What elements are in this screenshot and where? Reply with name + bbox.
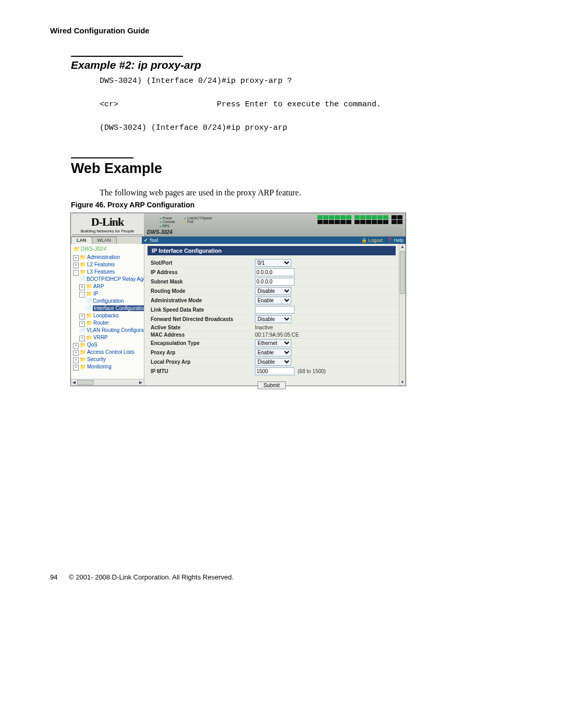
tree-item[interactable]: 📄VLAN Routing Configuration bbox=[73, 327, 144, 334]
scroll-down-icon[interactable]: ▼ bbox=[399, 379, 406, 386]
tree-item[interactable]: +📁Loopbacks bbox=[73, 312, 144, 319]
led-power: Power bbox=[163, 216, 172, 220]
admin_mode-label: Administrative Mode bbox=[151, 298, 255, 303]
fwd_broadcast-select[interactable]: Disable bbox=[255, 315, 291, 323]
tree-horizontal-scrollbar[interactable]: ◄ ► bbox=[71, 379, 144, 386]
figure-caption: Figure 46. Proxy ARP Configuration bbox=[71, 201, 513, 209]
active_state-label: Active State bbox=[151, 325, 255, 330]
tab-wlan[interactable]: WLAN bbox=[92, 237, 117, 244]
cli-output: DWS-3024) (Interface 0/24)#ip proxy-arp … bbox=[100, 76, 513, 134]
tree-item[interactable]: +📁VRRP bbox=[73, 334, 144, 341]
brand-tagline: Building Networks for People bbox=[72, 229, 143, 235]
nav-tree[interactable]: 📁 DWS-3024 +📁Administration+📁L2 Features… bbox=[71, 244, 144, 386]
page-footer: 94 © 2001- 2008 D-Link Corporation. All … bbox=[50, 573, 513, 581]
field-ip-address: IP Address bbox=[144, 268, 399, 277]
scroll-up-icon[interactable]: ▲ bbox=[399, 244, 406, 250]
subnet_mask-label: Subnet Mask bbox=[151, 279, 255, 285]
cli-line: DWS-3024) (Interface 0/24)#ip proxy-arp … bbox=[100, 77, 292, 85]
example-title: Example #2: ip proxy-arp bbox=[71, 59, 513, 71]
tree-item[interactable]: +📁Administration bbox=[73, 254, 144, 261]
tree-item[interactable]: +📁QoS bbox=[73, 341, 144, 349]
ports-1-12 bbox=[317, 215, 351, 224]
encap_type-label: Encapsulation Type bbox=[151, 340, 255, 346]
slot_port-label: Slot/Port bbox=[151, 260, 255, 266]
fwd_broadcast-label: Forward Net Directed Broadcasts bbox=[151, 316, 255, 322]
tree-item[interactable]: -📁IP bbox=[73, 290, 144, 298]
tree-item[interactable]: +📁Access Control Lists bbox=[73, 349, 144, 356]
device-front-panel: ● Power ● Console ● RPS ● Link/ACT/Speed… bbox=[144, 213, 406, 236]
ip_mtu-input[interactable] bbox=[255, 367, 295, 375]
port-diagram bbox=[317, 215, 402, 224]
scroll-thumb[interactable] bbox=[77, 380, 94, 385]
content-vertical-scrollbar[interactable]: ▲ ▼ bbox=[399, 244, 406, 386]
tool-menu[interactable]: Tool bbox=[150, 238, 158, 243]
section-divider bbox=[71, 157, 133, 158]
field-encap-type: Encapsulation TypeEthernet bbox=[144, 339, 399, 348]
link_speed-input[interactable] bbox=[255, 306, 295, 314]
field-fwd-broadcast: Forward Net Directed BroadcastsDisable bbox=[144, 315, 399, 324]
field-admin-mode: Administrative ModeEnable bbox=[144, 296, 399, 305]
cli-cr: <cr> bbox=[100, 100, 118, 109]
tree-root[interactable]: 📁 DWS-3024 bbox=[73, 246, 144, 252]
field-mac-address: MAC Address00:17:9A:95:05:CE bbox=[144, 331, 399, 339]
cli-cr-desc: Press Enter to execute the command. bbox=[217, 100, 381, 109]
help-link[interactable]: ❓ Help bbox=[387, 238, 403, 243]
routing_mode-select[interactable]: Disable bbox=[255, 287, 291, 295]
field-routing-mode: Routing ModeDisable bbox=[144, 287, 399, 296]
device-banner: D-Link Building Networks for People ● Po… bbox=[71, 213, 406, 236]
tree-item[interactable]: +📁L2 Features bbox=[73, 261, 144, 268]
ip_address-input[interactable] bbox=[255, 268, 295, 276]
mode-leds: ● Link/ACT/Speed ● PoE bbox=[185, 216, 212, 225]
status-leds: ● Power ● Console ● RPS bbox=[160, 216, 175, 228]
slot_port-select[interactable]: 0/1 bbox=[255, 259, 291, 267]
figure-title: Proxy ARP Configuration bbox=[107, 201, 194, 209]
link_speed-label: Link Speed Data Rate bbox=[151, 307, 255, 313]
brand-logo: D-Link bbox=[72, 215, 143, 229]
local_proxy_arp-label: Local Proxy Arp bbox=[151, 359, 255, 365]
local_proxy_arp-select[interactable]: Disable bbox=[255, 358, 291, 366]
ports-13-24 bbox=[354, 215, 388, 224]
field-link-speed: Link Speed Data Rate bbox=[144, 305, 399, 315]
routing_mode-label: Routing Mode bbox=[151, 288, 255, 294]
scroll-left-icon[interactable]: ◄ bbox=[71, 379, 77, 385]
tab-lan[interactable]: LAN bbox=[71, 237, 92, 244]
config-panel: IP Interface Configuration Slot/Port0/1I… bbox=[144, 244, 399, 386]
device-model-label: DWS-3024 bbox=[147, 229, 173, 235]
scroll-right-icon[interactable]: ► bbox=[138, 379, 144, 385]
tool-bar: ✔ Tool 🔒 Logout ❓ Help bbox=[142, 237, 406, 244]
screenshot-proxy-arp-config: D-Link Building Networks for People ● Po… bbox=[71, 213, 406, 386]
ip_mtu-label: IP MTU bbox=[151, 368, 255, 374]
submit-button[interactable]: Submit bbox=[258, 381, 285, 389]
proxy_arp-select[interactable]: Enable bbox=[255, 349, 291, 356]
led-console: Console bbox=[163, 220, 175, 224]
tree-item[interactable]: 📄BOOTP/DHCP Relay Agent bbox=[73, 276, 144, 283]
tree-item[interactable]: +📁Router bbox=[73, 319, 144, 327]
field-active-state: Active StateInactive bbox=[144, 324, 399, 331]
example-divider bbox=[71, 56, 183, 57]
tree-item[interactable]: 📄Configuration bbox=[73, 298, 144, 305]
led-rps: RPS bbox=[163, 224, 169, 228]
tree-item[interactable]: +📁ARP bbox=[73, 283, 144, 290]
tree-item[interactable]: +📁Monitoring bbox=[73, 363, 144, 371]
panel-title: IP Interface Configuration bbox=[148, 246, 396, 255]
led-poe: PoE bbox=[187, 220, 193, 224]
proxy_arp-label: Proxy Arp bbox=[151, 350, 255, 355]
logout-link[interactable]: 🔒 Logout bbox=[361, 238, 383, 243]
document-header: Wired Configuration Guide bbox=[50, 26, 513, 35]
admin_mode-select[interactable]: Enable bbox=[255, 297, 291, 304]
copyright: © 2001- 2008 D-Link Corporation. All Rig… bbox=[69, 573, 234, 581]
tree-item[interactable]: 📄Interface Configuration bbox=[73, 305, 144, 312]
field-subnet-mask: Subnet Mask bbox=[144, 277, 399, 287]
tree-item[interactable]: +📁Security bbox=[73, 356, 144, 363]
tree-item[interactable]: -📁L3 Features bbox=[73, 268, 144, 276]
page-number: 94 bbox=[50, 573, 57, 581]
encap_type-select[interactable]: Ethernet bbox=[255, 339, 291, 347]
scroll-thumb[interactable] bbox=[400, 251, 405, 294]
subnet_mask-input[interactable] bbox=[255, 278, 295, 286]
ip_mtu-hint: (68 to 1500) bbox=[298, 368, 326, 374]
field-proxy-arp: Proxy ArpEnable bbox=[144, 348, 399, 357]
tab-bar: LAN WLAN ✔ Tool 🔒 Logout ❓ Help bbox=[71, 236, 406, 244]
led-linkact: Link/ACT/Speed bbox=[187, 216, 212, 220]
mac_address-label: MAC Address bbox=[151, 332, 255, 338]
field-local-proxy-arp: Local Proxy ArpDisable bbox=[144, 357, 399, 367]
